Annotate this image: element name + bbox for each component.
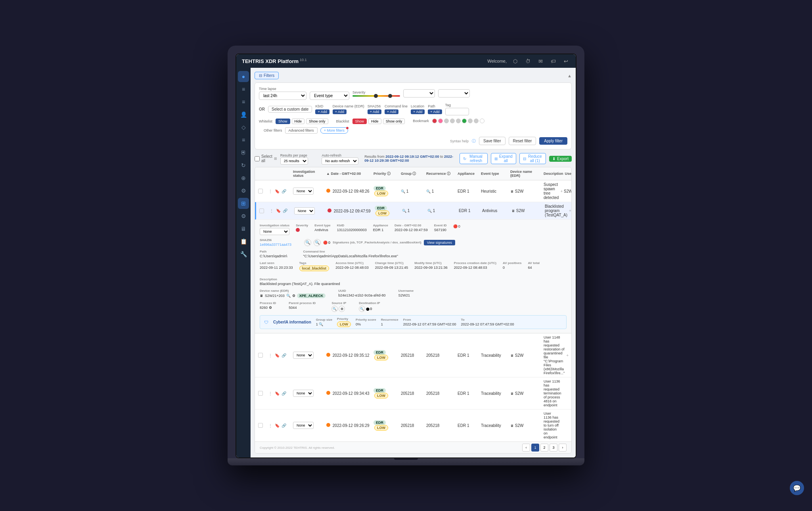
sidebar-item-gear[interactable]: ⚙ <box>238 211 249 222</box>
whitelist-showonly-btn[interactable]: Show only <box>306 119 328 124</box>
row3-add-icon[interactable]: + <box>566 353 569 358</box>
color-dot-pink[interactable] <box>438 119 443 123</box>
col-header-date[interactable]: ▲ Date - GMT+02:00 <box>326 172 372 176</box>
color-dot-white[interactable] <box>480 119 485 123</box>
page-btn-next[interactable]: › <box>559 444 567 452</box>
sidebar-item-chart[interactable]: 📋 <box>238 236 249 247</box>
color-dot-gray5[interactable] <box>474 119 479 123</box>
sidebar-item-dashboard[interactable]: ● <box>238 71 249 82</box>
row5-status-select[interactable]: None <box>293 422 314 429</box>
export-btn[interactable]: ⬇ Export <box>549 156 572 162</box>
device-add-btn[interactable]: + Add <box>333 109 347 114</box>
exp-src-ip-icon1[interactable]: 🔍 <box>331 306 338 312</box>
sidebar-item-refresh[interactable]: ↻ <box>238 160 249 171</box>
row5-link-icon[interactable]: 🔗 <box>281 423 287 428</box>
severity-max-select[interactable] <box>438 89 470 98</box>
row4-checkbox[interactable] <box>258 391 263 396</box>
row2-status-select[interactable]: None <box>294 207 315 214</box>
sidebar-item-shield[interactable]: ⛨ <box>238 147 249 158</box>
advanced-filters-btn[interactable]: Advanced filters <box>285 127 318 134</box>
exp-sig-icon2[interactable]: 🔍 <box>314 239 321 246</box>
color-dot-gray1[interactable] <box>444 119 449 123</box>
syntax-help-text[interactable]: Syntax help <box>450 139 469 143</box>
row1-status-select[interactable]: None <box>293 188 314 195</box>
row3-menu-icon[interactable]: ⋮ <box>268 352 273 358</box>
sidebar-item-users[interactable]: 👤 <box>238 109 249 120</box>
tag-input[interactable] <box>445 108 469 115</box>
row2-checkbox[interactable] <box>259 209 264 213</box>
save-filter-btn[interactable]: Save filter <box>479 137 505 145</box>
custom-date-button[interactable]: Select a custom date <box>268 106 312 113</box>
color-dot-gray4[interactable] <box>468 119 473 123</box>
row3-bookmark-icon[interactable]: 🔖 <box>274 352 280 358</box>
sidebar-item-monitor[interactable]: 🖥 <box>238 223 249 234</box>
sha256-add-btn[interactable]: + Add <box>368 109 381 114</box>
view-signatures-btn[interactable]: View signatures <box>424 240 455 245</box>
color-dot-red[interactable] <box>432 119 437 123</box>
row3-status-select[interactable]: None <box>293 352 314 359</box>
event-type-select[interactable]: Event type <box>310 92 349 100</box>
sidebar-item-analysis[interactable]: ⚙ <box>238 185 249 196</box>
clock-icon[interactable]: ⏱ <box>523 57 532 65</box>
expand-all-btn[interactable]: ⊞ Expand all <box>491 153 516 164</box>
whitelist-show-btn[interactable]: Show <box>276 119 290 124</box>
row4-menu-icon[interactable]: ⋮ <box>268 390 273 396</box>
row2-link-icon[interactable]: 🔗 <box>282 208 288 214</box>
row1-checkbox[interactable] <box>258 189 263 193</box>
blacklist-show-btn[interactable]: Show <box>352 119 367 124</box>
logout-icon[interactable]: ↩ <box>561 57 570 65</box>
shield-icon[interactable]: ⬡ <box>511 57 519 65</box>
reduce-all-btn[interactable]: ⊟ Reduce all (1) <box>519 153 546 164</box>
kbid-add-btn[interactable]: + Add <box>315 109 329 114</box>
sidebar-item-settings2[interactable]: ⊕ <box>238 172 249 184</box>
slider-thumb-left[interactable] <box>374 94 378 98</box>
row1-link-icon[interactable]: 🔗 <box>281 188 287 194</box>
exp-src-ip-icon2[interactable]: ⚙ <box>339 306 345 312</box>
exp-device-icon2[interactable]: 🔍 <box>286 294 291 298</box>
row1-bookmark-icon[interactable]: 🔖 <box>274 188 280 194</box>
row4-status-select[interactable]: None <box>293 390 314 397</box>
row2-bookmark-icon[interactable]: 🔖 <box>276 208 281 214</box>
page-btn-1[interactable]: 1 <box>531 444 539 452</box>
apply-filter-btn[interactable]: Apply filter <box>539 137 567 145</box>
sidebar-item-alerts[interactable]: ≡ <box>238 96 249 107</box>
manual-refresh-btn[interactable]: ↻ Manual refresh <box>460 153 487 164</box>
sidebar-item-events[interactable]: ≡ <box>238 84 249 95</box>
tag-icon[interactable]: 🏷 <box>549 57 557 65</box>
cmd-add-btn[interactable]: + Add <box>385 109 398 114</box>
select-all-checkbox[interactable] <box>255 156 260 161</box>
auto-refresh-select[interactable]: No auto refresh <box>322 157 358 165</box>
path-add-btn[interactable]: + Add <box>428 109 442 114</box>
row1-menu-icon[interactable]: ⋮ <box>268 188 273 194</box>
sidebar-item-main[interactable]: ⊞ <box>238 198 249 209</box>
color-dot-gray3[interactable] <box>456 119 461 123</box>
row3-checkbox[interactable] <box>258 353 263 358</box>
blacklist-showonly-btn[interactable]: Show only <box>383 119 405 124</box>
exp-dst-ip-icon1[interactable]: 🔍 <box>359 306 365 312</box>
color-dot-gray2[interactable] <box>450 119 455 123</box>
exp-device-icon3[interactable]: ⚙ <box>292 294 295 298</box>
slider-track[interactable] <box>352 95 400 97</box>
whitelist-hide-btn[interactable]: Hide <box>292 119 305 124</box>
color-dot-green[interactable] <box>462 119 467 123</box>
page-btn-3[interactable]: 3 <box>550 444 557 452</box>
row3-link-icon[interactable]: 🔗 <box>281 352 287 358</box>
sidebar-item-wrench[interactable]: 🔧 <box>238 249 249 260</box>
row4-link-icon[interactable]: 🔗 <box>281 390 287 396</box>
mail-icon[interactable]: ✉ <box>536 57 545 65</box>
exp-inv-status-select[interactable]: None <box>260 228 289 235</box>
filters-button[interactable]: ⊟ Filters <box>255 72 279 79</box>
severity-min-select[interactable] <box>403 89 435 98</box>
sidebar-item-logs[interactable]: ≡ <box>238 134 249 145</box>
syntax-help-icon[interactable]: ⓘ <box>472 138 476 144</box>
time-select[interactable]: last 24h <box>259 92 306 100</box>
results-per-page-select[interactable]: 25 results <box>280 157 308 165</box>
row4-bookmark-icon[interactable]: 🔖 <box>274 390 280 396</box>
row2-menu-icon[interactable]: ⋮ <box>269 208 274 214</box>
location-add-btn[interactable]: + Add <box>411 109 425 114</box>
collapse-icon[interactable]: ▲ <box>567 73 572 78</box>
chat-bubble[interactable]: 💬 <box>790 481 804 495</box>
row5-checkbox[interactable] <box>258 423 263 428</box>
exp-sig-icon1[interactable]: 🔍 <box>304 239 311 246</box>
blacklist-hide-btn[interactable]: Hide <box>368 119 381 124</box>
